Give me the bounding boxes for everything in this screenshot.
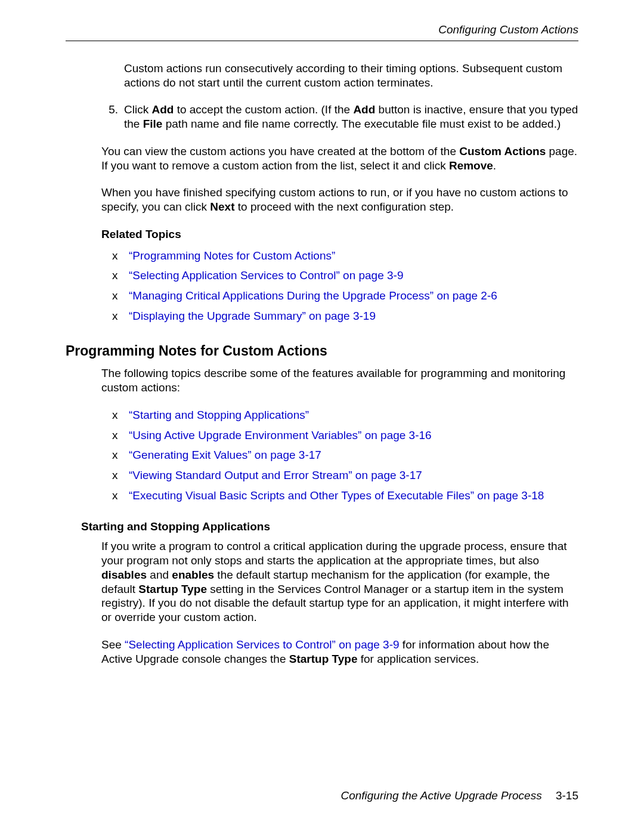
page-footer: Configuring the Active Upgrade Process 3… — [340, 789, 578, 803]
list-item: “Programming Notes for Custom Actions” — [111, 249, 578, 263]
link-exit-values[interactable]: “Generating Exit Values” on page 3-17 — [129, 449, 321, 461]
step5-mid1: to accept the custom action. (If the — [174, 103, 353, 116]
view-b1: Custom Actions — [459, 145, 546, 157]
ss-p2-pre: See — [101, 638, 125, 651]
link-vbscript[interactable]: “Executing Visual Basic Scripts and Othe… — [129, 489, 544, 502]
next-end: to proceed with the next configuration s… — [235, 200, 454, 213]
view-b2: Remove — [449, 159, 493, 172]
footer-chapter: Configuring the Active Upgrade Process — [340, 789, 541, 802]
timing-paragraph: Custom actions run consecutively accordi… — [101, 61, 578, 90]
link-env-vars[interactable]: “Using Active Upgrade Environment Variab… — [129, 429, 432, 441]
step-5: 5.Click Add to accept the custom action.… — [101, 103, 578, 131]
content-body: Custom actions run consecutively accordi… — [101, 61, 578, 323]
list-item: “Generating Exit Values” on page 3-17 — [111, 448, 578, 462]
heading-programming-notes: Programming Notes for Custom Actions — [66, 342, 578, 360]
ss-p1-mid1: and — [147, 569, 172, 581]
step-number: 5. — [101, 103, 118, 117]
running-head: Configuring Custom Actions — [66, 23, 578, 37]
view-actions-paragraph: You can view the custom actions you have… — [101, 144, 578, 173]
link-selecting-services[interactable]: “Selecting Application Services to Contr… — [129, 269, 403, 282]
link-managing-critical[interactable]: “Managing Critical Applications During t… — [129, 289, 497, 302]
step5-add1: Add — [151, 103, 174, 116]
step5-file: File — [143, 118, 163, 130]
step5-add2: Add — [353, 103, 375, 116]
view-pre: You can view the custom actions you have… — [101, 145, 459, 157]
ss-p1-b3: Startup Type — [138, 583, 207, 595]
footer-pagenum: 3-15 — [556, 789, 578, 802]
ss-p2-end: for application services. — [357, 653, 479, 665]
programming-links: “Starting and Stopping Applications” “Us… — [101, 408, 578, 503]
view-end: . — [493, 159, 496, 172]
next-b: Next — [210, 200, 234, 213]
related-topics-heading: Related Topics — [101, 227, 578, 242]
programming-body: The following topics describe some of th… — [101, 366, 578, 502]
list-item: “Managing Critical Applications During t… — [111, 289, 578, 303]
heading-start-stop: Starting and Stopping Applications — [81, 520, 578, 534]
link-programming-notes[interactable]: “Programming Notes for Custom Actions” — [129, 249, 335, 262]
list-item: “Viewing Standard Output and Error Strea… — [111, 468, 578, 483]
ss-p1-b1: disables — [101, 569, 147, 581]
link-start-stop[interactable]: “Starting and Stopping Applications” — [129, 409, 309, 421]
timing-text: Custom actions run consecutively accordi… — [124, 61, 578, 90]
ss-p1-pre: If you write a program to control a crit… — [101, 540, 566, 567]
list-item: “Starting and Stopping Applications” — [111, 408, 578, 422]
list-item: “Selecting Application Services to Contr… — [111, 268, 578, 283]
ss-p2-b: Startup Type — [289, 653, 358, 665]
header-rule — [66, 41, 578, 41]
ss-p1-b2: enables — [172, 569, 214, 581]
startstop-body: If you write a program to control a crit… — [101, 539, 578, 666]
next-paragraph: When you have finished specifying custom… — [101, 186, 578, 214]
programming-intro: The following topics describe some of th… — [101, 366, 578, 395]
link-selecting-services-inline[interactable]: “Selecting Application Services to Contr… — [125, 638, 399, 651]
link-stdout-stderr[interactable]: “Viewing Standard Output and Error Strea… — [129, 469, 422, 481]
related-topics-list: “Programming Notes for Custom Actions” “… — [101, 249, 578, 323]
step5-pre: Click — [124, 103, 151, 116]
list-item: “Displaying the Upgrade Summary” on page… — [111, 309, 578, 323]
page: Configuring Custom Actions Custom action… — [0, 0, 644, 828]
startstop-p1: If you write a program to control a crit… — [101, 539, 578, 625]
link-upgrade-summary[interactable]: “Displaying the Upgrade Summary” on page… — [129, 310, 376, 322]
list-item: “Executing Visual Basic Scripts and Othe… — [111, 489, 578, 503]
list-item: “Using Active Upgrade Environment Variab… — [111, 428, 578, 443]
step5-end: path name and file name correctly. The e… — [162, 118, 561, 130]
startstop-p2: See “Selecting Application Services to C… — [101, 638, 578, 666]
steps-list: 5.Click Add to accept the custom action.… — [101, 103, 578, 131]
